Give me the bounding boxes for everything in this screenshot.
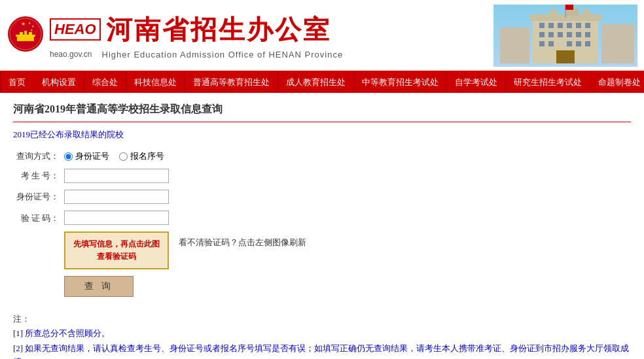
svg-rect-14 (539, 23, 545, 28)
svg-rect-2 (17, 36, 34, 41)
student-no-input[interactable] (64, 169, 169, 183)
captcha-row: 验 证 码： (13, 211, 631, 225)
svg-rect-4 (20, 32, 23, 36)
svg-rect-16 (558, 23, 563, 28)
query-method-row: 查询方式： 身份证号 报名序号 (13, 150, 631, 162)
svg-rect-20 (539, 32, 545, 37)
emblem-logo: ★ ★ ★ ★ (7, 15, 45, 56)
svg-rect-22 (558, 32, 563, 37)
radio-id-card-label[interactable]: 身份证号 (64, 150, 109, 162)
cn-title: 河南省招生办公室 (106, 12, 331, 48)
main-content: 河南省2019年普通高等学校招生录取信息查询 2019已经公布录取结果的院校 查… (0, 93, 644, 359)
header: ★ ★ ★ ★ HEAO 河南省招生办公室 heao.gov.cn Higher… (0, 0, 644, 72)
svg-rect-34 (549, 10, 557, 15)
nav-item-science[interactable]: 科技信息处 (126, 72, 185, 93)
nav-item-adult-ed[interactable]: 成人教育招生处 (278, 72, 354, 93)
note-item-2: [2] 如果无查询结果，请认真检查考生号、身份证号或者报名序号填写是否有误；如填… (13, 342, 631, 359)
svg-rect-27 (548, 41, 554, 46)
svg-rect-23 (567, 32, 572, 37)
nav-item-secondary[interactable]: 中等教育招生考试处 (354, 72, 447, 93)
svg-rect-19 (585, 23, 590, 28)
radio-exam-no[interactable] (119, 152, 128, 161)
svg-rect-31 (556, 50, 575, 63)
note-item-1: [1] 所查总分不含照顾分。 (13, 328, 631, 339)
svg-rect-33 (601, 24, 634, 63)
page-title: 河南省2019年普通高等学校招生录取信息查询 (13, 103, 631, 122)
id-card-label: 身份证号： (13, 191, 59, 203)
svg-rect-6 (29, 32, 32, 36)
svg-rect-21 (548, 32, 554, 37)
id-card-input[interactable] (64, 190, 169, 204)
nav-item-exam[interactable]: 命题制卷处 (590, 72, 644, 93)
captcha-label: 验 证 码： (13, 211, 59, 224)
student-no-row: 考 生 号： (13, 169, 631, 183)
nav-item-general[interactable]: 综合处 (84, 72, 126, 93)
svg-rect-18 (576, 23, 581, 28)
subtitle: 2019已经公布录取结果的院校 (13, 129, 631, 141)
svg-rect-32 (500, 27, 529, 63)
note-2-index: [2] (13, 343, 23, 353)
domain: heao.gov.cn (50, 50, 92, 59)
nav-item-self-study[interactable]: 自学考试处 (447, 72, 506, 93)
nav-item-institution[interactable]: 机构设置 (34, 72, 84, 93)
radio-exam-no-label[interactable]: 报名序号 (119, 150, 164, 162)
nav-item-graduate[interactable]: 研究生招生考试处 (506, 72, 590, 93)
svg-rect-30 (585, 41, 590, 46)
emblem-icon: ★ ★ ★ ★ (7, 15, 45, 53)
nav-item-higher-ed[interactable]: 普通高等教育招生处 (185, 72, 278, 93)
note-2-text: 如果无查询结果，请认真检查考生号、身份证号或者报名序号填写是否有误；如填写正确仍… (13, 343, 629, 359)
captcha-hint-text: 看不清验证码？点击左侧图像刷新 (179, 237, 306, 247)
submit-row: 查 询 (64, 276, 631, 297)
notes-area: 注： [1] 所查总分不含照顾分。 [2] 如果无查询结果，请认真检查考生号、身… (13, 313, 631, 359)
svg-rect-17 (567, 23, 572, 28)
nav-bar: 首页 机构设置 综合处 科技信息处 普通高等教育招生处 成人教育招生处 中等教育… (0, 72, 644, 93)
student-no-label: 考 生 号： (13, 170, 59, 182)
query-method-label: 查询方式： (13, 150, 59, 162)
radio-exam-no-text: 报名序号 (130, 150, 164, 162)
svg-text:★: ★ (21, 21, 26, 27)
en-title: Higher Education Admission Office of HEN… (102, 50, 344, 60)
svg-rect-5 (24, 31, 27, 36)
captcha-hint-area: 看不清验证码？点击左侧图像刷新 (179, 231, 306, 248)
svg-rect-36 (582, 10, 590, 15)
header-title-block: HEAO 河南省招生办公室 heao.gov.cn Higher Educati… (50, 12, 493, 60)
radio-group: 身份证号 报名序号 (64, 150, 164, 162)
svg-rect-25 (585, 32, 590, 37)
svg-rect-24 (576, 32, 581, 37)
notes-title: 注： (13, 313, 631, 325)
nav-item-home[interactable]: 首页 (0, 72, 34, 93)
svg-rect-29 (576, 41, 581, 46)
svg-rect-38 (565, 5, 573, 10)
svg-rect-26 (539, 41, 545, 46)
note-1-index: [1] (13, 328, 23, 338)
submit-button[interactable]: 查 询 (64, 276, 134, 297)
heao-logo-box: HEAO (50, 18, 101, 41)
svg-rect-15 (548, 23, 554, 28)
header-building-image (493, 5, 637, 67)
radio-id-card-text: 身份证号 (75, 150, 109, 162)
note-1-text: 所查总分不含照顾分。 (25, 328, 110, 338)
heao-acronym: HEAO (54, 21, 96, 38)
id-card-row: 身份证号： (13, 190, 631, 204)
captcha-input[interactable] (64, 211, 169, 225)
building-svg (493, 5, 637, 67)
svg-rect-28 (567, 41, 572, 46)
captcha-image-btn[interactable]: 先填写信息，再点击此图查看验证码 (64, 231, 169, 269)
radio-id-card[interactable] (64, 152, 73, 161)
query-form: 查询方式： 身份证号 报名序号 考 生 号： 身份证号： (13, 150, 631, 297)
captcha-btn-text: 先填写信息，再点击此图查看验证码 (73, 239, 160, 261)
